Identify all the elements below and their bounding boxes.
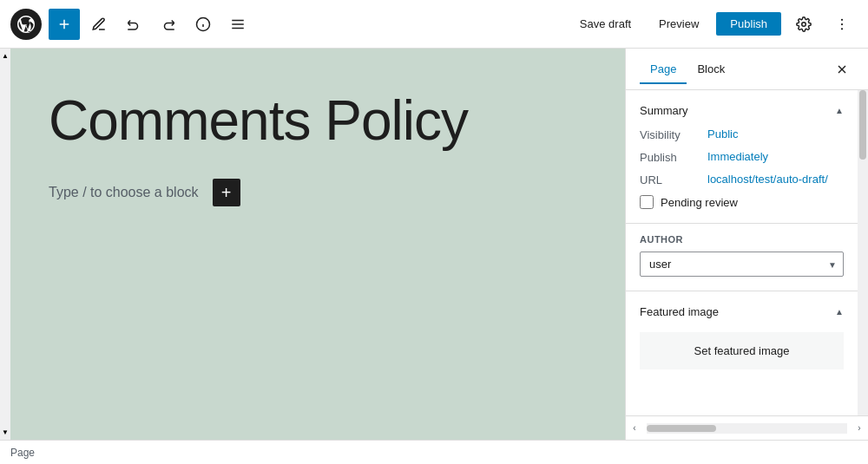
author-select-wrapper: user ▼ [640, 252, 844, 277]
editor-area: Comments Policy Type / to choose a block… [10, 49, 625, 440]
toolbar: Save draft Preview Publish [0, 0, 868, 49]
author-select[interactable]: user [640, 252, 844, 277]
scroll-right-arrow[interactable]: › [851, 420, 868, 437]
svg-point-9 [841, 28, 843, 29]
visibility-value[interactable]: Public [707, 127, 738, 141]
tab-page[interactable]: Page [640, 56, 687, 84]
featured-image-body: Set featured image [626, 332, 858, 383]
url-value[interactable]: localhost/test/auto-draft/ [707, 173, 828, 186]
main-area: ▲ ▼ Comments Policy Type / to choose a b… [0, 49, 868, 440]
panel-scroll-thumb[interactable] [859, 90, 866, 160]
summary-section: Summary ▲ Visibility Public Publish Imme… [626, 90, 858, 224]
url-row: URL localhost/test/auto-draft/ [640, 173, 844, 186]
featured-image-section: Featured image ▲ Set featured image [626, 291, 858, 383]
undo-button[interactable] [118, 9, 149, 40]
bottom-scroll-thumb[interactable] [647, 425, 716, 432]
author-section: AUTHOR user ▼ [626, 224, 858, 291]
redo-button[interactable] [153, 9, 184, 40]
svg-point-6 [802, 22, 806, 26]
url-label: URL [640, 173, 700, 186]
pen-tool-button[interactable] [83, 9, 115, 40]
featured-toggle-icon[interactable]: ▲ [835, 307, 844, 317]
visibility-row: Visibility Public [640, 127, 844, 141]
panel-bottom-controls: ‹ › [626, 415, 868, 440]
panel-tabs: Page Block [626, 49, 868, 90]
pending-review-label[interactable]: Pending review [661, 196, 738, 209]
featured-image-title: Featured image [640, 305, 719, 318]
bottom-scroll-track[interactable] [647, 423, 847, 434]
summary-header[interactable]: Summary ▲ [640, 104, 844, 117]
toolbar-right: Save draft Preview Publish [569, 9, 858, 40]
list-view-button[interactable] [222, 9, 253, 40]
publish-row: Publish Immediately [640, 150, 844, 164]
info-button[interactable] [187, 9, 219, 40]
more-options-button[interactable] [826, 9, 858, 40]
visibility-label: Visibility [640, 127, 700, 141]
block-placeholder: Type / to choose a block + [49, 179, 587, 206]
publish-button[interactable]: Publish [716, 12, 781, 36]
tab-block[interactable]: Block [687, 56, 735, 84]
pending-review-row: Pending review [640, 195, 844, 209]
wp-logo[interactable] [10, 9, 42, 40]
right-panel: Page Block Summary ▲ Visibili [625, 49, 868, 440]
preview-button[interactable]: Preview [648, 12, 709, 36]
publish-value[interactable]: Immediately [707, 150, 768, 163]
panel-scroll-track[interactable] [858, 90, 868, 415]
toolbar-left [10, 9, 253, 40]
save-draft-button[interactable]: Save draft [569, 12, 641, 36]
status-bar-label: Page [10, 447, 35, 459]
inline-add-block-button[interactable]: + [213, 179, 240, 206]
svg-point-8 [841, 23, 843, 24]
set-featured-image-button[interactable]: Set featured image [640, 332, 844, 369]
page-title-text[interactable]: Comments Policy [49, 90, 587, 151]
settings-button[interactable] [788, 9, 819, 40]
scroll-left-arrow[interactable]: ‹ [626, 420, 643, 437]
placeholder-text[interactable]: Type / to choose a block [49, 185, 199, 200]
pending-review-checkbox[interactable] [640, 195, 654, 209]
featured-image-header[interactable]: Featured image ▲ [626, 291, 858, 332]
add-block-button[interactable] [49, 9, 80, 40]
author-label: AUTHOR [640, 234, 844, 245]
summary-title: Summary [640, 104, 688, 117]
panel-body: Summary ▲ Visibility Public Publish Imme… [626, 90, 858, 415]
panel-scroll-area: Summary ▲ Visibility Public Publish Imme… [626, 90, 868, 415]
editor-content: Comments Policy Type / to choose a block… [49, 90, 587, 206]
svg-point-7 [841, 18, 843, 20]
summary-toggle-icon[interactable]: ▲ [835, 106, 844, 115]
publish-label: Publish [640, 150, 700, 164]
editor-scroll-track[interactable]: ▲ ▼ [0, 49, 10, 440]
panel-close-button[interactable] [830, 57, 854, 82]
status-bar: Page [0, 440, 868, 464]
